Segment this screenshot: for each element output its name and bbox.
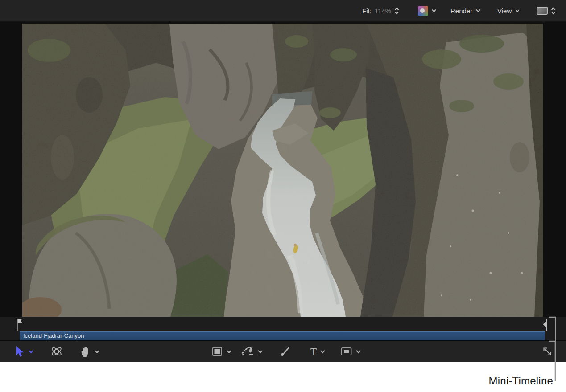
- select-arrow-icon[interactable]: [14, 346, 25, 357]
- color-swatch-control[interactable]: [418, 0, 437, 21]
- tool-bezier-pen[interactable]: [242, 341, 263, 362]
- bezier-pen-icon[interactable]: [242, 346, 254, 357]
- expand-diagonal-icon[interactable]: [542, 346, 553, 357]
- render-label: Render: [450, 7, 472, 15]
- clip-label: Iceland-Fjadrar-Canyon: [23, 332, 84, 339]
- timeline-clip-bar[interactable]: Iceland-Fjadrar-Canyon: [20, 331, 545, 340]
- tool-rectangle-shape[interactable]: [211, 341, 232, 362]
- display-mode-control[interactable]: [537, 0, 556, 21]
- color-swatch-icon[interactable]: [418, 6, 428, 16]
- playhead-marker[interactable]: [15, 318, 24, 331]
- tool-3d-transform[interactable]: [50, 341, 63, 362]
- canvas-area[interactable]: [0, 22, 566, 317]
- chevron-down-icon[interactable]: [320, 350, 326, 354]
- video-frame-canyon[interactable]: [22, 24, 543, 317]
- text-tool-icon[interactable]: T: [310, 347, 317, 357]
- display-mode-icon[interactable]: [537, 7, 548, 15]
- tool-image-mask[interactable]: [340, 341, 361, 362]
- chevron-down-icon[interactable]: [431, 9, 437, 12]
- canvas-toolbar-top: Fit: 114% Render View: [0, 0, 566, 21]
- fit-label: Fit:: [362, 7, 372, 15]
- tool-pan[interactable]: [80, 341, 100, 362]
- canvas-toolbar-bottom: T: [0, 341, 566, 362]
- chevron-down-icon[interactable]: [94, 350, 100, 354]
- chevron-down-icon: [515, 9, 520, 12]
- orbit-icon[interactable]: [50, 345, 63, 358]
- view-label: View: [497, 7, 512, 15]
- project-end-marker[interactable]: [542, 318, 549, 331]
- tool-paint-stroke[interactable]: [279, 341, 291, 362]
- rectangle-shape-icon[interactable]: [211, 346, 223, 357]
- chevron-down-icon[interactable]: [355, 350, 361, 354]
- hand-icon[interactable]: [80, 346, 91, 357]
- stepper-icon[interactable]: [394, 7, 399, 15]
- chevron-down-icon: [475, 9, 481, 12]
- image-mask-icon[interactable]: [340, 346, 352, 357]
- zoom-value: 114%: [375, 7, 391, 15]
- mini-timeline: Iceland-Fjadrar-Canyon: [0, 317, 566, 341]
- motion-window: Fit: 114% Render View: [0, 0, 566, 362]
- callout-label: Mini-Timeline: [489, 375, 553, 387]
- tool-select-transform[interactable]: [14, 341, 34, 362]
- chevron-down-icon[interactable]: [257, 350, 263, 354]
- tool-text[interactable]: T: [310, 341, 326, 362]
- paintbrush-icon[interactable]: [279, 346, 291, 357]
- chevron-down-icon[interactable]: [28, 350, 34, 354]
- view-menu[interactable]: View: [497, 0, 520, 21]
- zoom-fit-control[interactable]: Fit: 114%: [362, 0, 399, 21]
- expand-view-button[interactable]: [542, 341, 553, 362]
- stepper-icon[interactable]: [551, 7, 556, 15]
- render-menu[interactable]: Render: [450, 0, 481, 21]
- chevron-down-icon[interactable]: [226, 350, 232, 354]
